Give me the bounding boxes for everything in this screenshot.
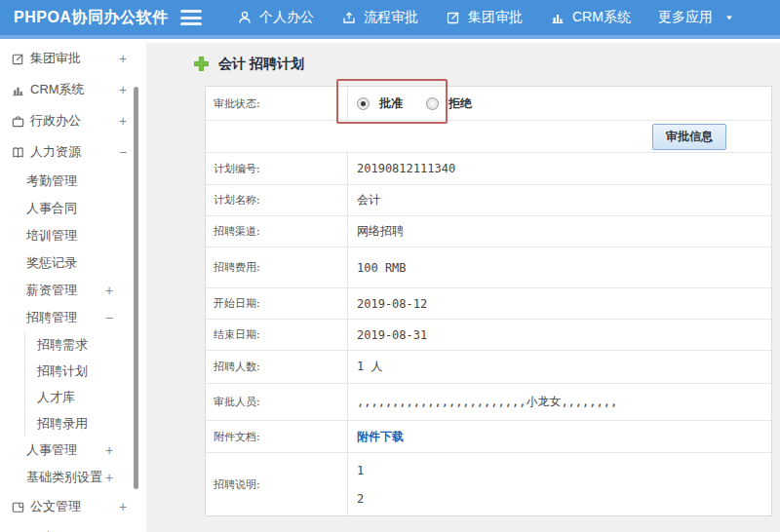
collapse-icon[interactable]: −	[117, 144, 129, 160]
briefcase-icon	[10, 114, 25, 129]
field-value: 2019-08-31	[348, 328, 771, 342]
person-icon	[237, 10, 253, 25]
radio-approve-label: 批准	[379, 95, 403, 112]
main-content: 会计 招聘计划 审批状态: 批准 拒绝 审批信息 计划编号: 201908121…	[146, 43, 780, 532]
page-title: 会计 招聘计划	[193, 56, 780, 72]
plan-name-row: 计划名称: 会计	[206, 184, 771, 215]
upload-icon	[341, 10, 357, 25]
sidebar-item-talent-pool[interactable]: 人才库	[25, 384, 146, 410]
sidebar-item-label: 招聘录用	[37, 415, 88, 433]
field-label: 招聘人数:	[206, 351, 348, 383]
sidebar-item-label: 基础类别设置	[26, 469, 102, 486]
nav-label: 集团审批	[468, 9, 523, 26]
expand-icon[interactable]: +	[117, 51, 129, 66]
sidebar-item-label: 人才库	[37, 389, 75, 406]
sidebar-item-label: 薪资管理	[26, 282, 77, 299]
description-row: 招聘说明: 1 2	[206, 452, 771, 515]
sidebar-item-rewards[interactable]: 奖惩记录	[0, 249, 146, 277]
end-date-row: 结束日期: 2019-08-31	[206, 319, 771, 350]
sidebar-item-label: 考勤管理	[26, 172, 77, 190]
sidebar-item-recruit-hire[interactable]: 招聘录用	[25, 410, 146, 437]
expand-icon[interactable]: +	[117, 113, 129, 129]
field-label: 招聘费用:	[206, 247, 348, 287]
approval-info-button[interactable]: 审批信息	[652, 124, 726, 150]
field-value: 会计	[348, 192, 771, 209]
approval-button-row: 审批信息	[206, 120, 771, 152]
description-line: 1	[357, 464, 771, 477]
field-label: 招聘说明:	[206, 453, 348, 515]
sidebar-item-attendance[interactable]: 考勤管理	[0, 168, 146, 195]
plan-number-row: 计划编号: 20190812111340	[206, 152, 771, 184]
expand-icon[interactable]: +	[103, 442, 115, 458]
nav-label: 更多应用	[658, 9, 713, 26]
document-icon	[10, 500, 25, 514]
sidebar-item-training[interactable]: 培训管理	[0, 222, 146, 249]
expand-icon[interactable]: +	[117, 82, 129, 97]
attachment-download-link[interactable]: 附件下载	[357, 430, 404, 443]
nav-crm[interactable]: CRM系统	[550, 9, 631, 26]
recruit-channel-row: 招聘渠道: 网络招聘	[206, 215, 771, 247]
field-label: 招聘渠道:	[206, 216, 348, 247]
field-value: 2019-08-12	[348, 297, 771, 311]
page-title-text: 会计 招聘计划	[218, 56, 304, 73]
add-icon[interactable]	[193, 56, 210, 72]
sidebar-item-hr[interactable]: 人力资源 −	[0, 136, 146, 168]
field-label: 开始日期:	[206, 288, 348, 319]
nav-process-approval[interactable]: 流程审批	[341, 9, 418, 26]
collapse-icon[interactable]: −	[103, 310, 115, 325]
field-label: 计划编号:	[206, 153, 348, 184]
edit-square-icon	[10, 52, 25, 66]
sidebar-item-salary[interactable]: 薪资管理 +	[0, 277, 146, 304]
field-label: 审批状态:	[206, 87, 348, 120]
sidebar-item-hr-contract[interactable]: 人事合同	[0, 195, 146, 222]
sidebar-item-recruitment[interactable]: 招聘管理 −	[0, 304, 146, 331]
nav-personal-office[interactable]: 个人办公	[237, 9, 314, 26]
radio-reject-label: 拒绝	[448, 95, 472, 112]
app-logo: PHPOA协同办公软件	[0, 8, 180, 28]
nav-label: 个人办公	[259, 9, 314, 26]
sidebar-item-crm[interactable]: CRM系统 +	[0, 74, 146, 105]
sidebar-item-recruit-demand[interactable]: 招聘需求	[25, 331, 146, 358]
radio-approve[interactable]	[357, 97, 370, 110]
sidebar-item-base-category[interactable]: 基础类别设置 +	[0, 464, 146, 491]
sidebar-item-label: 奖惩记录	[26, 254, 77, 272]
start-date-row: 开始日期: 2019-08-12	[206, 287, 771, 319]
sidebar-item-recruit-plan[interactable]: 招聘计划	[25, 358, 146, 384]
sidebar-item-label: 公文管理	[30, 498, 81, 515]
recruitment-submenu: 招聘需求 招聘计划 人才库 招聘录用	[24, 331, 146, 437]
sidebar: 集团审批 + CRM系统 + 行政办公 + 人力资源 − 考勤管理 人事合同 培…	[0, 43, 146, 532]
field-label: 结束日期:	[206, 320, 348, 350]
field-value: 20190812111340	[348, 162, 771, 175]
edit-square-icon	[446, 10, 461, 25]
field-value: ,,,,,,,,,,,,,,,,,,,,,,,,小龙女,,,,,,,,	[348, 394, 771, 410]
approval-status-options: 批准 拒绝	[348, 95, 771, 112]
expand-icon[interactable]: +	[103, 283, 115, 298]
sidebar-item-personnel[interactable]: 人事管理 +	[0, 437, 146, 464]
field-label: 计划名称:	[206, 185, 348, 215]
expand-icon[interactable]: +	[103, 470, 115, 485]
sidebar-item-label: 人事管理	[26, 441, 77, 459]
nav-more-apps[interactable]: 更多应用	[658, 9, 735, 26]
sidebar-item-document[interactable]: 公文管理 +	[0, 491, 146, 522]
field-value: 100 RMB	[348, 261, 771, 275]
sidebar-item-label: 集团审批	[30, 50, 81, 67]
field-value: 1 人	[348, 359, 771, 375]
sidebar-item-admin-office[interactable]: 行政办公 +	[0, 105, 146, 136]
book-icon	[10, 145, 25, 160]
nav-group-approval[interactable]: 集团审批	[446, 9, 523, 26]
expand-icon[interactable]: +	[117, 499, 129, 514]
sidebar-scrollbar[interactable]	[134, 87, 138, 489]
field-value: 1 2	[348, 464, 771, 506]
sidebar-item-label: CRM系统	[30, 81, 85, 98]
bar-chart-icon	[550, 10, 566, 25]
radio-reject[interactable]	[426, 97, 439, 110]
sidebar-item-vehicle[interactable]: 用车管理 +	[0, 522, 146, 532]
sidebar-item-label: 招聘计划	[37, 362, 88, 380]
sidebar-item-label: 人事合同	[26, 200, 77, 217]
top-header: PHPOA协同办公软件 个人办公 流程审批 集团审批 CRM系统 更多应用	[0, 0, 780, 39]
field-label: 附件文档:	[206, 421, 348, 452]
field-label: 审批人员:	[206, 384, 348, 420]
hamburger-menu-icon[interactable]	[180, 10, 202, 25]
sidebar-item-group-approval[interactable]: 集团审批 +	[0, 43, 146, 74]
nav-label: 流程审批	[364, 9, 418, 26]
